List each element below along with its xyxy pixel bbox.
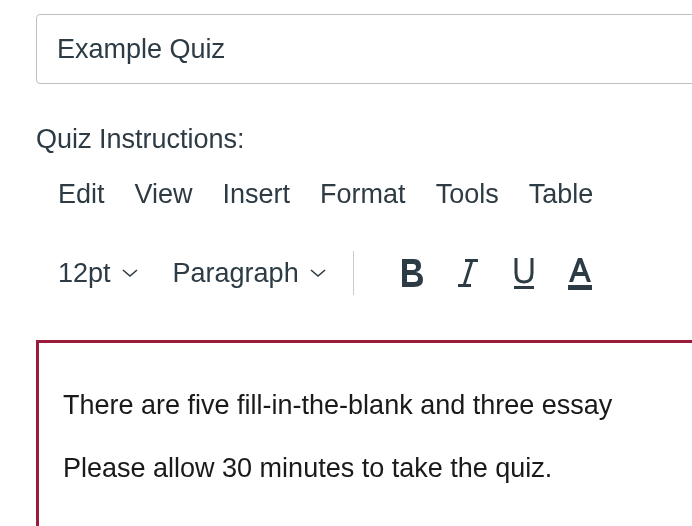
quiz-title-input[interactable] xyxy=(36,14,692,84)
menu-table[interactable]: Table xyxy=(529,179,594,210)
menu-format[interactable]: Format xyxy=(320,179,406,210)
italic-button[interactable] xyxy=(440,256,496,290)
menu-view[interactable]: View xyxy=(135,179,193,210)
bold-button[interactable] xyxy=(384,256,440,290)
svg-marker-2 xyxy=(463,262,473,284)
block-format-value: Paragraph xyxy=(173,258,299,289)
chevron-down-icon xyxy=(121,267,139,279)
content-line: Please allow 30 minutes to take the quiz… xyxy=(63,448,692,489)
svg-rect-0 xyxy=(465,259,478,262)
editor-content-area[interactable]: There are five fill-in-the-blank and thr… xyxy=(36,340,692,526)
font-size-value: 12pt xyxy=(58,258,111,289)
menu-tools[interactable]: Tools xyxy=(436,179,499,210)
menu-insert[interactable]: Insert xyxy=(223,179,291,210)
svg-rect-1 xyxy=(458,284,471,287)
chevron-down-icon xyxy=(309,267,327,279)
svg-rect-4 xyxy=(568,285,592,290)
toolbar-divider xyxy=(353,251,354,295)
underline-icon xyxy=(509,255,539,291)
font-size-dropdown[interactable]: 12pt xyxy=(58,258,139,289)
block-format-dropdown[interactable]: Paragraph xyxy=(173,258,327,289)
svg-rect-3 xyxy=(514,286,534,289)
text-color-icon xyxy=(564,255,596,291)
menu-edit[interactable]: Edit xyxy=(58,179,105,210)
content-line: There are five fill-in-the-blank and thr… xyxy=(63,385,692,426)
italic-icon xyxy=(453,256,483,290)
editor-menu-bar: Edit View Insert Format Tools Table xyxy=(36,179,692,210)
bold-icon xyxy=(397,256,427,290)
editor-toolbar: 12pt Paragraph xyxy=(36,248,692,298)
underline-button[interactable] xyxy=(496,255,552,291)
text-color-button[interactable] xyxy=(552,255,608,291)
instructions-label: Quiz Instructions: xyxy=(36,124,692,155)
